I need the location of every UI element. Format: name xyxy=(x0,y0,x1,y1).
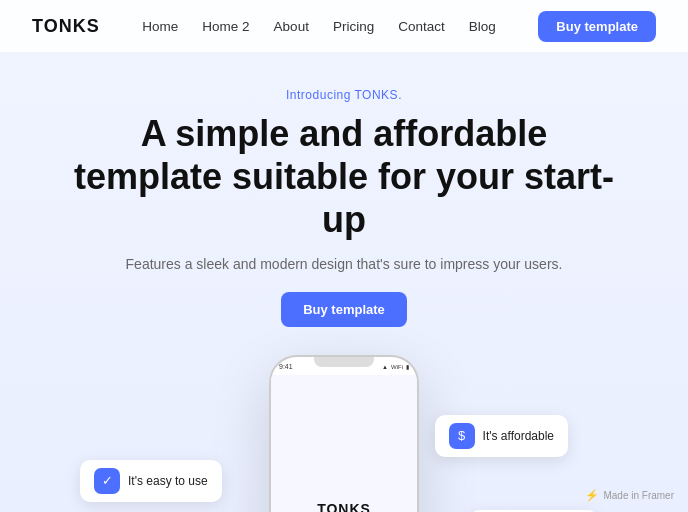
check-icon: ✓ xyxy=(94,468,120,494)
hero-intro: Introducing TONKS. xyxy=(20,88,668,102)
buy-template-hero-button[interactable]: Buy template xyxy=(281,292,407,327)
phone-content: TONKS xyxy=(271,375,417,512)
nav-blog[interactable]: Blog xyxy=(469,19,496,34)
phone-mockup: 9:41 ▲ WiFi ▮ TONKS xyxy=(269,355,419,512)
nav-contact[interactable]: Contact xyxy=(398,19,445,34)
badge-affordable: $ It's affordable xyxy=(435,415,568,457)
battery-icon: ▮ xyxy=(406,363,409,370)
logo: TONKS xyxy=(32,16,100,37)
nav-about[interactable]: About xyxy=(274,19,309,34)
nav-home[interactable]: Home xyxy=(142,19,178,34)
hero-section: Introducing TONKS. A simple and affordab… xyxy=(0,52,688,327)
nav-links: Home Home 2 About Pricing Contact Blog xyxy=(142,17,495,35)
hero-title: A simple and affordable template suitabl… xyxy=(64,112,624,242)
framer-icon: ⚡ xyxy=(585,489,599,502)
phone-status-bar: 9:41 ▲ WiFi ▮ xyxy=(271,357,417,375)
signal-icon: ▲ xyxy=(382,364,388,370)
hero-subtitle: Features a sleek and modern design that'… xyxy=(20,256,668,272)
buy-template-nav-button[interactable]: Buy template xyxy=(538,11,656,42)
navbar: TONKS Home Home 2 About Pricing Contact … xyxy=(0,0,688,52)
framer-badge: ⚡ Made in Framer xyxy=(585,489,674,502)
phone-time: 9:41 xyxy=(279,363,293,370)
wifi-icon: WiFi xyxy=(391,364,403,370)
badge-affordable-label: It's affordable xyxy=(483,429,554,443)
badge-easy: ✓ It's easy to use xyxy=(80,460,222,502)
phone-status-icons: ▲ WiFi ▮ xyxy=(382,363,409,370)
badge-easy-label: It's easy to use xyxy=(128,474,208,488)
nav-pricing[interactable]: Pricing xyxy=(333,19,374,34)
phone-brand: TONKS xyxy=(317,501,371,512)
nav-home2[interactable]: Home 2 xyxy=(202,19,249,34)
framer-label: Made in Framer xyxy=(603,490,674,501)
dollar-icon: $ xyxy=(449,423,475,449)
